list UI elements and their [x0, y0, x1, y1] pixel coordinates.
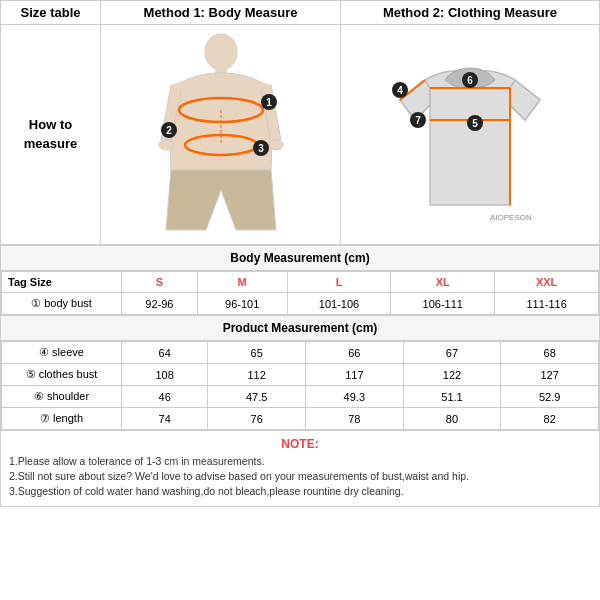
col-s: S: [122, 272, 198, 293]
svg-text:1: 1: [266, 97, 272, 108]
col-xxl: XXL: [495, 272, 599, 293]
method2-header: Method 2: Clothing Measure: [341, 1, 599, 24]
length-label: ⑦ length: [2, 408, 122, 430]
shoulder-s: 46: [122, 386, 208, 408]
length-xl: 80: [403, 408, 501, 430]
note-item-3: 3.Suggestion of cold water hand washing,…: [9, 485, 591, 497]
sleeve-s: 64: [122, 342, 208, 364]
sleeve-row: ④ sleeve 64 65 66 67 68: [2, 342, 599, 364]
body-bust-s: 92-96: [122, 293, 198, 315]
shoulder-m: 47.5: [208, 386, 306, 408]
svg-text:7: 7: [415, 115, 421, 126]
sleeve-m: 65: [208, 342, 306, 364]
clothes-bust-label: ⑤ clothes bust: [2, 364, 122, 386]
svg-text:3: 3: [258, 143, 264, 154]
body-measurement-table: Tag Size S M L XL XXL ① body bust 92-96 …: [1, 271, 599, 315]
body-bust-l: 101-106: [287, 293, 391, 315]
col-m: M: [197, 272, 287, 293]
body-bust-row: ① body bust 92-96 96-101 101-106 106-111…: [2, 293, 599, 315]
body-figure-svg: 1 2 3: [111, 30, 331, 240]
clothes-bust-xxl: 127: [501, 364, 599, 386]
svg-text:6: 6: [467, 75, 473, 86]
note-title: NOTE:: [9, 437, 591, 451]
svg-point-0: [205, 34, 237, 70]
product-measurement-header: Product Measurement (cm): [1, 315, 599, 341]
body-bust-label: ① body bust: [2, 293, 122, 315]
svg-text:4: 4: [397, 85, 403, 96]
clothes-bust-l: 117: [306, 364, 404, 386]
header-row: Size table Method 1: Body Measure Method…: [1, 1, 599, 25]
length-xxl: 82: [501, 408, 599, 430]
col-l: L: [287, 272, 391, 293]
col-xl: XL: [391, 272, 495, 293]
clothes-bust-row: ⑤ clothes bust 108 112 117 122 127: [2, 364, 599, 386]
shoulder-label: ⑥ shoulder: [2, 386, 122, 408]
clothing-figure-area: 4 5 6 7 AIOPESON: [341, 25, 599, 244]
size-table-label: Size table: [1, 1, 101, 24]
how-to-measure-label: How to measure: [1, 25, 101, 244]
shoulder-l: 49.3: [306, 386, 404, 408]
clothes-bust-s: 108: [122, 364, 208, 386]
size-guide-container: Size table Method 1: Body Measure Method…: [0, 0, 600, 507]
body-bust-xxl: 111-116: [495, 293, 599, 315]
svg-point-2: [159, 140, 173, 150]
clothes-bust-m: 112: [208, 364, 306, 386]
tag-size-header: Tag Size: [2, 272, 122, 293]
measure-row: How to measure: [1, 25, 599, 245]
length-row: ⑦ length 74 76 78 80 82: [2, 408, 599, 430]
sleeve-xxl: 68: [501, 342, 599, 364]
length-l: 78: [306, 408, 404, 430]
sleeve-xl: 67: [403, 342, 501, 364]
method1-header: Method 1: Body Measure: [101, 1, 341, 24]
column-header-row: Tag Size S M L XL XXL: [2, 272, 599, 293]
clothing-figure-svg: 4 5 6 7 AIOPESON: [370, 30, 570, 240]
length-m: 76: [208, 408, 306, 430]
note-item-2: 2.Still not sure about size? We'd love t…: [9, 470, 591, 482]
body-measurement-header: Body Measurement (cm): [1, 245, 599, 271]
brand-text: AIOPESON: [490, 213, 532, 222]
clothes-bust-xl: 122: [403, 364, 501, 386]
shoulder-xxl: 52.9: [501, 386, 599, 408]
svg-text:5: 5: [472, 118, 478, 129]
shoulder-xl: 51.1: [403, 386, 501, 408]
shoulder-row: ⑥ shoulder 46 47.5 49.3 51.1 52.9: [2, 386, 599, 408]
length-s: 74: [122, 408, 208, 430]
sleeve-label: ④ sleeve: [2, 342, 122, 364]
svg-text:2: 2: [166, 125, 172, 136]
product-measurement-table: ④ sleeve 64 65 66 67 68 ⑤ clothes bust 1…: [1, 341, 599, 430]
sleeve-l: 66: [306, 342, 404, 364]
body-bust-xl: 106-111: [391, 293, 495, 315]
note-section: NOTE: 1.Please allow a tolerance of 1-3 …: [1, 430, 599, 506]
note-item-1: 1.Please allow a tolerance of 1-3 cm in …: [9, 455, 591, 467]
body-figure-area: 1 2 3: [101, 25, 341, 244]
body-bust-m: 96-101: [197, 293, 287, 315]
svg-point-3: [269, 140, 283, 150]
